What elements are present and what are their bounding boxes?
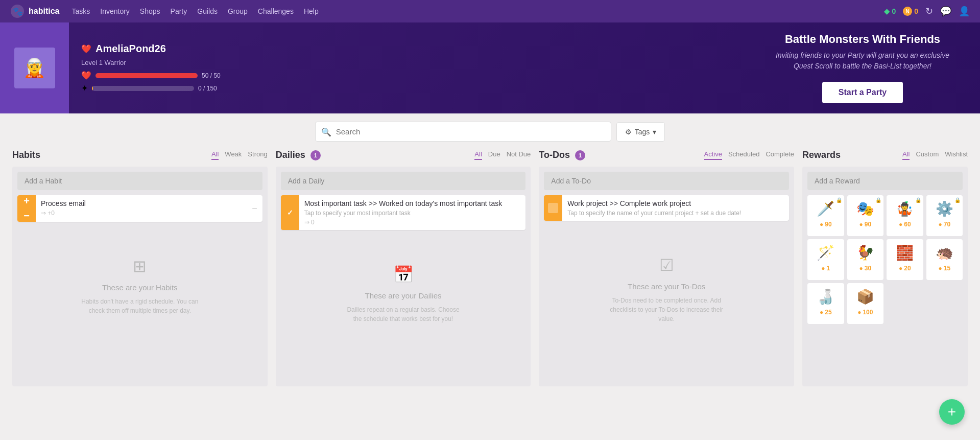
coin-icon: ● (821, 265, 825, 272)
habits-tab-weak[interactable]: Weak (225, 150, 242, 160)
coin-icon: ● (857, 309, 861, 316)
reward-item[interactable]: 🍶 ● 25 (807, 283, 844, 324)
reward-item[interactable]: 🧱 ● 20 (887, 239, 923, 280)
gem-count[interactable]: ◆ 0 (884, 7, 896, 15)
dailies-tab-notdue[interactable]: Not Due (507, 150, 531, 160)
hero-cta: Battle Monsters With Friends Inviting fr… (745, 22, 980, 113)
add-daily-button[interactable]: Add a Daily (281, 172, 526, 190)
reward-price: ● 90 (859, 221, 871, 228)
dailies-tab-all[interactable]: All (474, 150, 482, 160)
habits-tabs: All Weak Strong (211, 150, 268, 160)
reward-image: ⚙️ (934, 198, 954, 219)
habits-tab-all[interactable]: All (211, 150, 219, 160)
rewards-tab-wishlist[interactable]: Wishlist (945, 150, 968, 160)
nav-tasks[interactable]: Tasks (71, 7, 90, 15)
todos-empty-desc: To-Dos need to be completed once. Add ch… (605, 296, 728, 323)
cta-subtitle: Inviting friends to your Party will gran… (776, 50, 949, 72)
reward-grid: 🔒 🗡️ ● 90 🔒 🎭 ● 90 🔒 🤹 ● 60 🔒 ⚙️ (807, 195, 963, 324)
todos-tab-active[interactable]: Active (704, 150, 722, 160)
rewards-tabs: All Custom Wishlist (902, 150, 968, 160)
dailies-empty-icon: 📅 (393, 265, 414, 284)
reward-lock-icon: 🔒 (875, 197, 881, 203)
hero-banner: 🧝 ❤️ AmeliaPond26 Level 1 Warrior ❤️ 50 … (0, 22, 980, 113)
reward-item[interactable]: 🐓 ● 30 (847, 239, 884, 280)
todos-column: To-Dos 1 Active Scheduled Complete Add a… (535, 150, 798, 386)
nav-party[interactable]: Party (171, 7, 187, 15)
xp-bar-row: ✦ 0 / 150 (81, 83, 221, 93)
todos-tab-complete[interactable]: Complete (766, 150, 794, 160)
reward-item[interactable]: 🔒 ⚙️ ● 70 (926, 195, 963, 236)
habit-meta: ⇒ +0 (41, 210, 242, 217)
add-habit-button[interactable]: Add a Habit (17, 172, 262, 190)
daily-task: ✓ Most important task >> Worked on today… (281, 195, 526, 230)
habit-task: + − Process email ⇒ +0 − (17, 195, 262, 222)
nav-links: Tasks Inventory Shops Party Guilds Group… (71, 7, 318, 15)
avatar-container: 🧝 (0, 22, 69, 113)
tags-button[interactable]: ⚙ Tags ▾ (616, 122, 665, 142)
reward-price-value: 90 (825, 221, 831, 228)
dailies-empty-title: These are your Dailies (365, 291, 441, 300)
reward-price: ● 15 (938, 265, 950, 272)
habit-plus-icon[interactable]: + (23, 195, 30, 207)
search-section: 🔍 ⚙ Tags ▾ (0, 113, 980, 150)
svg-text:🐾: 🐾 (13, 7, 23, 16)
gem-icon: ◆ (884, 7, 890, 15)
habits-tab-strong[interactable]: Strong (248, 150, 267, 160)
reward-lock-icon: 🔒 (915, 197, 921, 203)
habits-empty-icon: ⊞ (133, 257, 147, 276)
daily-check-icon[interactable]: ✓ (287, 209, 293, 217)
reward-price-value: 20 (904, 265, 911, 272)
start-party-button[interactable]: Start a Party (822, 82, 903, 103)
add-todo-button[interactable]: Add a To-Do (544, 172, 789, 190)
reward-item[interactable]: 🪄 ● 1 (807, 239, 844, 280)
coin-icon: ● (859, 221, 863, 228)
nav-help[interactable]: Help (304, 7, 319, 15)
logo[interactable]: 🐾 habitica (10, 4, 59, 18)
daily-meta: ⇒ 0 (304, 219, 521, 226)
rewards-tab-custom[interactable]: Custom (916, 150, 939, 160)
habit-title: Process email (41, 199, 242, 207)
todos-badge: 1 (575, 150, 585, 160)
hp-icon: ❤️ (81, 71, 91, 80)
dailies-tab-due[interactable]: Due (488, 150, 500, 160)
nav-shops[interactable]: Shops (140, 7, 160, 15)
add-reward-button[interactable]: Add a Reward (807, 172, 963, 190)
reward-item[interactable]: 🦔 ● 15 (926, 239, 963, 280)
habit-minus-icon[interactable]: − (23, 210, 30, 222)
messages-button[interactable]: 💬 (940, 6, 951, 17)
nav-inventory[interactable]: Inventory (100, 7, 130, 15)
rewards-tab-all[interactable]: All (902, 150, 910, 160)
dailies-panel: Add a Daily ✓ Most important task >> Wor… (276, 167, 531, 386)
todo-checkbox[interactable] (544, 195, 562, 221)
reward-lock-icon: 🔒 (954, 197, 961, 203)
todos-panel: Add a To-Do Work project >> Complete wor… (539, 167, 794, 386)
reward-item[interactable]: 📦 ● 100 (847, 283, 884, 324)
gold-count[interactable]: N 0 (903, 7, 918, 16)
habits-header: Habits All Weak Strong (12, 150, 268, 163)
gem-value: 0 (892, 7, 896, 15)
habits-column: Habits All Weak Strong Add a Habit + − P… (8, 150, 272, 386)
reward-item[interactable]: 🔒 🤹 ● 60 (887, 195, 923, 236)
coin-icon: ● (938, 221, 942, 228)
logo-text: habitica (29, 7, 59, 16)
search-input[interactable] (315, 122, 611, 142)
hp-bar-row: ❤️ 50 / 50 (81, 71, 221, 80)
refresh-button[interactable]: ↻ (925, 6, 933, 17)
hp-fill (95, 73, 198, 78)
search-wrapper: 🔍 (315, 122, 611, 142)
reward-lock-icon: 🔒 (836, 197, 842, 203)
habit-delete-icon[interactable]: − (247, 195, 262, 222)
reward-item[interactable]: 🔒 🗡️ ● 90 (807, 195, 844, 236)
reward-price: ● 20 (899, 265, 911, 272)
gold-value: 0 (914, 7, 918, 15)
tags-label: Tags (635, 128, 650, 136)
nav-challenges[interactable]: Challenges (258, 7, 294, 15)
reward-image: 🗡️ (816, 198, 836, 219)
reward-item[interactable]: 🔒 🎭 ● 90 (847, 195, 884, 236)
hp-track (95, 73, 198, 78)
profile-button[interactable]: 👤 (959, 6, 970, 17)
nav-guilds[interactable]: Guilds (197, 7, 218, 15)
nav-group[interactable]: Group (228, 7, 248, 15)
todos-tab-scheduled[interactable]: Scheduled (728, 150, 759, 160)
xp-fill (92, 86, 93, 91)
